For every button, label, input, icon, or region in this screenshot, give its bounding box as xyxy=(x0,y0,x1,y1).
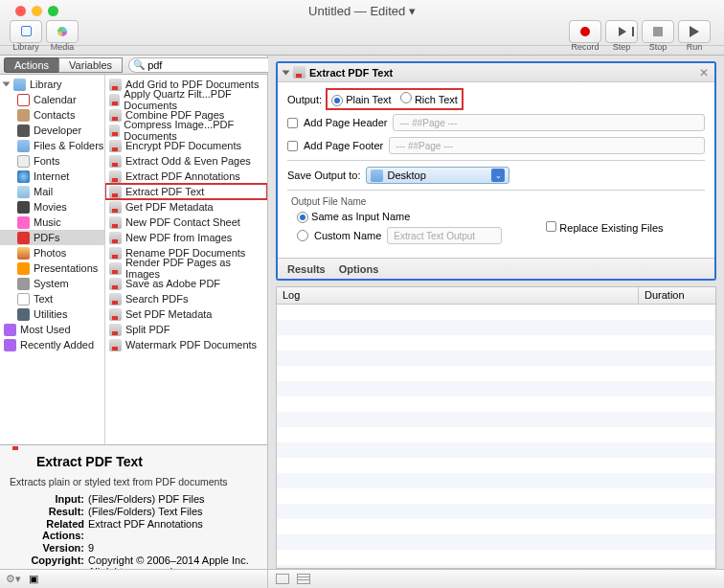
run-button[interactable] xyxy=(678,20,711,43)
library-item-recently-added[interactable]: Recently Added xyxy=(0,337,104,352)
checkbox-replace[interactable] xyxy=(546,221,556,232)
gear-icon[interactable]: ⚙︎▾ xyxy=(6,573,21,585)
library-item-music[interactable]: Music xyxy=(0,215,104,230)
save-location-dropdown[interactable]: Desktop ⌄ xyxy=(366,167,509,184)
record-button[interactable] xyxy=(569,20,601,43)
view-list-icon[interactable] xyxy=(297,574,310,584)
library-item-contacts[interactable]: Contacts xyxy=(0,107,104,123)
action-label: Set PDF Metadata xyxy=(125,308,213,320)
window-title: Untitled — Edited ▾ xyxy=(308,4,416,18)
action-item-watermark-pdf-documents[interactable]: Watermark PDF Documents xyxy=(105,337,267,352)
info-value: (Files/Folders) PDF Files xyxy=(88,493,258,505)
library-item-presentations[interactable]: Presentations xyxy=(0,260,104,276)
info-description: Extracts plain or styled text from PDF d… xyxy=(10,476,258,487)
radio-rich-text[interactable] xyxy=(400,92,412,103)
options-tab[interactable]: Options xyxy=(339,263,379,275)
action-label: Search PDFs xyxy=(125,293,188,305)
zoom-button[interactable] xyxy=(48,6,58,16)
library-item-label: Text xyxy=(34,293,53,305)
minimize-button[interactable] xyxy=(32,6,42,16)
library-button[interactable] xyxy=(10,20,42,43)
media-button[interactable] xyxy=(46,20,79,43)
action-item-get-pdf-metadata[interactable]: Get PDF Metadata xyxy=(105,199,267,215)
info-key: Result: xyxy=(10,506,88,517)
action-item-extract-pdf-text[interactable]: Extract PDF Text xyxy=(105,184,267,199)
library-item-fonts[interactable]: Fonts xyxy=(0,153,104,169)
radio-plain-text[interactable] xyxy=(331,95,343,106)
step-button[interactable] xyxy=(605,20,638,43)
action-item-search-pdfs[interactable]: Search PDFs xyxy=(105,291,267,306)
window-controls xyxy=(6,6,58,16)
pdf-action-icon xyxy=(109,124,120,137)
library-item-photos[interactable]: Photos xyxy=(0,245,104,260)
folder-icon xyxy=(371,170,383,182)
checkbox-add-header[interactable] xyxy=(287,118,298,128)
library-item-most-used[interactable]: Most Used xyxy=(0,322,104,337)
library-item-developer[interactable]: Developer xyxy=(0,123,104,138)
library-item-mail[interactable]: Mail xyxy=(0,184,104,199)
pdf-action-icon xyxy=(109,216,122,229)
duration-column-header[interactable]: Duration xyxy=(639,287,715,304)
same-name-label: Same as Input Name xyxy=(311,211,410,222)
run-label: Run xyxy=(678,42,711,52)
pdf-action-icon xyxy=(109,339,122,351)
log-column-header[interactable]: Log xyxy=(277,287,639,304)
output-options-highlight: Plain Text Rich Text xyxy=(328,90,462,108)
header-field[interactable]: --- ##Page --- xyxy=(393,114,705,131)
library-item-library[interactable]: Library xyxy=(0,77,104,92)
library-item-pdfs[interactable]: PDFs xyxy=(0,230,104,245)
footer-field[interactable]: --- ##Page --- xyxy=(389,137,705,154)
action-label: New PDF Contact Sheet xyxy=(125,216,240,228)
action-item-new-pdf-contact-sheet[interactable]: New PDF Contact Sheet xyxy=(105,215,267,230)
action-item-extract-pdf-annotations[interactable]: Extract PDF Annotations xyxy=(105,169,267,184)
close-button[interactable] xyxy=(15,6,26,16)
library-item-internet[interactable]: Internet xyxy=(0,169,104,184)
left-footer: ⚙︎▾ ▣ xyxy=(0,569,267,588)
pdf-action-icon xyxy=(109,324,122,336)
action-label: Extract Odd & Even Pages xyxy=(125,155,251,167)
library-item-text[interactable]: Text xyxy=(0,291,104,306)
actions-list[interactable]: Add Grid to PDF DocumentsApply Quartz Fi… xyxy=(105,75,267,444)
action-item-apply-quartz-filt-pdf-documents[interactable]: Apply Quartz Filt...PDF Documents xyxy=(105,92,267,107)
custom-name-field[interactable]: Extract Text Output xyxy=(387,227,502,244)
card-close-button[interactable]: ✕ xyxy=(699,66,709,79)
library-item-label: Mail xyxy=(34,186,53,197)
disclosure-icon[interactable] xyxy=(283,70,290,75)
tab-variables[interactable]: Variables xyxy=(58,57,123,73)
action-label: Render PDF Pages as Images xyxy=(125,257,267,280)
library-list[interactable]: LibraryCalendarContactsDeveloperFiles & … xyxy=(0,75,105,444)
right-footer xyxy=(268,569,724,588)
info-value: Copyright © 2006–2014 Apple Inc. All rig… xyxy=(88,554,258,569)
action-item-compress-image-pdf-documents[interactable]: Compress Image...PDF Documents xyxy=(105,123,267,138)
workflow-icon[interactable]: ▣ xyxy=(29,573,38,585)
action-item-render-pdf-pages-as-images[interactable]: Render PDF Pages as Images xyxy=(105,260,267,276)
action-label: Encrypt PDF Documents xyxy=(125,140,241,151)
save-location-value: Desktop xyxy=(387,170,425,181)
radio-same-name[interactable] xyxy=(297,212,308,223)
library-item-utilities[interactable]: Utilities xyxy=(0,306,104,322)
action-item-split-pdf[interactable]: Split PDF xyxy=(105,322,267,337)
library-item-system[interactable]: System xyxy=(0,276,104,291)
results-tab[interactable]: Results xyxy=(287,263,326,275)
action-item-extract-odd-even-pages[interactable]: Extract Odd & Even Pages xyxy=(105,153,267,169)
checkbox-add-footer[interactable] xyxy=(287,141,298,151)
stop-button[interactable] xyxy=(642,20,674,43)
rich-text-label: Rich Text xyxy=(415,94,458,105)
radio-custom-name[interactable] xyxy=(297,230,308,241)
library-item-label: Internet xyxy=(34,170,69,182)
library-item-movies[interactable]: Movies xyxy=(0,199,104,215)
search-input[interactable] xyxy=(147,59,280,71)
pdf-action-icon xyxy=(109,109,122,122)
tab-actions[interactable]: Actions xyxy=(4,57,58,73)
dropdown-arrow-icon: ⌄ xyxy=(491,169,505,182)
util-icon xyxy=(17,308,30,321)
action-item-set-pdf-metadata[interactable]: Set PDF Metadata xyxy=(105,306,267,322)
view-flow-icon[interactable] xyxy=(276,574,289,584)
action-item-new-pdf-from-images[interactable]: New PDF from Images xyxy=(105,230,267,245)
action-label: Extract PDF Text xyxy=(125,186,204,197)
disclosure-icon[interactable] xyxy=(3,82,11,87)
library-item-calendar[interactable]: Calendar xyxy=(0,92,104,107)
info-key: Related Actions: xyxy=(10,518,88,541)
library-item-files-folders[interactable]: Files & Folders xyxy=(0,138,104,153)
library-item-label: Presentations xyxy=(34,262,98,274)
